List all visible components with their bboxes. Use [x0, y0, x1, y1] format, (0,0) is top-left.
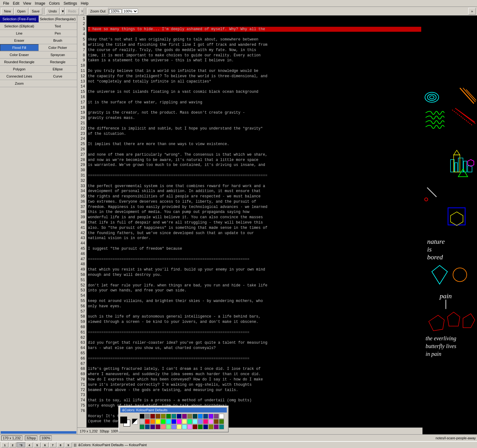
taskbar-item-7[interactable]: 7 — [49, 442, 56, 447]
menu-help[interactable]: Help — [79, 1, 90, 6]
toolbar-more-button[interactable]: » — [468, 8, 476, 15]
color-swatch-8[interactable] — [182, 414, 187, 419]
color-swatch-16[interactable] — [140, 419, 145, 424]
tool-color-picker[interactable]: Color Picker — [39, 44, 77, 51]
color-swatch-extra-3[interactable] — [145, 424, 150, 429]
tool-selection-rect[interactable]: Selection (Rectangular) — [39, 16, 77, 22]
tool-eraser[interactable]: Eraser — [0, 37, 39, 44]
fg-color-box[interactable] — [120, 417, 127, 423]
color-swatch-extra-10[interactable] — [182, 424, 187, 429]
menu-view[interactable]: View — [21, 1, 33, 6]
tool-curve[interactable]: Curve — [39, 73, 77, 80]
color-swatch-29[interactable] — [208, 419, 213, 424]
color-swatch-1[interactable] — [145, 414, 150, 419]
color-swatch-extra-1[interactable] — [219, 419, 224, 424]
menu-settings[interactable]: Settings — [62, 1, 79, 6]
taskbar-item-4[interactable]: 4 — [26, 442, 33, 447]
tool-pen[interactable]: Pen — [39, 30, 77, 37]
menu-edit[interactable]: Edit — [11, 1, 21, 6]
menu-file[interactable]: File — [1, 1, 11, 6]
color-swatch-15[interactable] — [219, 414, 224, 419]
color-swatch-2[interactable] — [150, 414, 155, 419]
color-swatch-extra-8[interactable] — [171, 424, 176, 429]
fg-bg-selector[interactable] — [120, 417, 130, 427]
color-swatch-11[interactable] — [198, 414, 203, 419]
color-swatch-14[interactable] — [214, 414, 219, 419]
open-button[interactable]: Open — [14, 8, 28, 15]
tool-zoom[interactable]: Zoom — [0, 80, 39, 87]
color-swatch-extra-17[interactable] — [219, 424, 224, 429]
tool-rectangle[interactable]: Rectangle — [39, 59, 77, 65]
text-content[interactable]: I have so many things to hide... I'm dee… — [87, 16, 422, 427]
color-swatch-6[interactable] — [171, 414, 176, 419]
color-swatch-extra-7[interactable] — [166, 424, 171, 429]
transparency-icon[interactable] — [131, 418, 138, 425]
color-swatch-21[interactable] — [166, 419, 171, 424]
color-swatch-20[interactable] — [161, 419, 166, 424]
color-swatch-extra-4[interactable] — [150, 424, 155, 429]
color-swatch-extra-9[interactable] — [177, 424, 182, 429]
tool-text[interactable]: Text — [39, 23, 77, 30]
color-swatch-12[interactable] — [203, 414, 208, 419]
color-swatch-extra-13[interactable] — [198, 424, 203, 429]
color-swatch-extra-14[interactable] — [203, 424, 208, 429]
menu-colors[interactable]: Colors — [47, 1, 62, 6]
zoom-select[interactable]: 25%50%100%200% — [122, 9, 138, 14]
tool-connected-lines[interactable]: Connected Lines — [0, 73, 39, 80]
taskbar-item-5[interactable]: 5 — [34, 442, 41, 447]
tool-rounded-rectangle[interactable]: Rounded Rectangle — [0, 59, 39, 65]
color-swatch-extra-11[interactable] — [187, 424, 192, 429]
color-swatch-18[interactable] — [150, 419, 155, 424]
tool-spraycan[interactable]: Spraycan — [39, 51, 77, 58]
color-swatch-13[interactable] — [208, 414, 213, 419]
color-swatch-23[interactable] — [177, 419, 182, 424]
taskbar-item-1[interactable]: 1 — [1, 442, 8, 447]
taskbar-item-9[interactable]: 9 — [65, 442, 72, 447]
tool-line[interactable]: Line — [0, 30, 39, 37]
color-swatch-3[interactable] — [155, 414, 160, 419]
color-swatch-0[interactable] — [140, 414, 145, 419]
color-swatch-17[interactable] — [145, 419, 150, 424]
tool-selection-freeform[interactable]: Selection (Free-Form) — [0, 16, 39, 22]
tool-color-eraser[interactable]: Color Eraser — [0, 51, 39, 58]
color-swatch-10[interactable] — [193, 414, 198, 419]
taskbar-item-2[interactable]: 2 — [9, 442, 16, 447]
save-button[interactable]: Save — [29, 8, 42, 15]
color-swatch-4[interactable] — [161, 414, 166, 419]
tool-ellipse[interactable]: Ellipse — [39, 66, 77, 73]
undo-button[interactable]: Undo — [46, 8, 60, 15]
zoom-out-button[interactable]: Zoom Out — [88, 8, 108, 15]
color-swatch-27[interactable] — [198, 419, 203, 424]
menu-image[interactable]: Image — [33, 1, 47, 6]
color-swatch-extra-6[interactable] — [161, 424, 166, 429]
zoom-input[interactable] — [109, 9, 122, 13]
taskbar-item-6[interactable]: 6 — [41, 442, 49, 447]
color-swatch-22[interactable] — [171, 419, 176, 424]
color-swatch-7[interactable] — [177, 414, 182, 419]
taskbar-item-3[interactable]: °3 — [17, 442, 25, 447]
undo-dropdown[interactable]: ▼ — [60, 8, 64, 15]
redo-dropdown[interactable]: ▼ — [80, 8, 84, 15]
color-swatch-extra-5[interactable] — [155, 424, 160, 429]
color-swatch-24[interactable] — [182, 419, 187, 424]
tool-brush[interactable]: Brush — [39, 37, 77, 44]
color-swatch-extra-2[interactable] — [140, 424, 145, 429]
text-line-40: the founding fathers, but we've since de… — [88, 231, 421, 236]
color-swatch-26[interactable] — [193, 419, 198, 424]
taskbar-item-8[interactable]: 8 — [57, 442, 64, 447]
color-swatch-9[interactable] — [187, 414, 192, 419]
color-swatch-extra-15[interactable] — [208, 424, 213, 429]
redo-button[interactable]: Redo — [65, 8, 79, 15]
color-swatch-extra-12[interactable] — [193, 424, 198, 429]
color-swatch-28[interactable] — [203, 419, 208, 424]
tool-polygon[interactable]: Polygon — [0, 66, 39, 73]
text-line-58 — [88, 325, 421, 330]
color-swatch-19[interactable] — [155, 419, 160, 424]
tool-selection-elliptical[interactable]: Selection (Elliptical) — [0, 23, 39, 30]
color-swatch-extra-0[interactable] — [214, 419, 219, 424]
color-swatch-extra-16[interactable] — [214, 424, 219, 429]
color-swatch-25[interactable] — [187, 419, 192, 424]
tool-flood-fill[interactable]: Flood Fill — [0, 44, 39, 51]
color-swatch-5[interactable] — [166, 414, 171, 419]
new-button[interactable]: New — [1, 8, 14, 15]
